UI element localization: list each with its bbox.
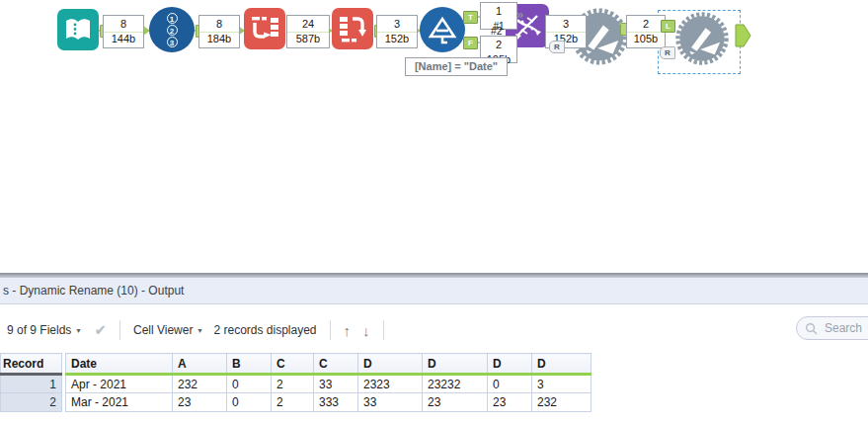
badge-size: 184b <box>199 32 239 46</box>
arrow-down-icon[interactable]: ↓ <box>362 322 370 339</box>
table-cell[interactable]: 0 <box>488 375 532 393</box>
alteryx-designer: { "icons": {"caret_down":"▾","check":"✔"… <box>0 0 868 426</box>
digit-1: 1 <box>167 13 178 24</box>
badge-count: 24 <box>287 17 329 32</box>
connection-badge: 8 184b <box>198 15 240 48</box>
record-number-cell[interactable]: 2 <box>1 393 62 412</box>
transpose-tool[interactable] <box>244 8 285 49</box>
cell-viewer-dropdown[interactable]: Cell Viewer <box>133 323 193 337</box>
table-cell[interactable]: 232 <box>532 393 592 412</box>
right-input-anchor[interactable]: R <box>549 41 565 53</box>
digit-3: 3 <box>167 37 178 47</box>
table-cell[interactable]: 2 <box>272 375 314 393</box>
table-row: 2Mar - 20212302333332323232 <box>1 393 592 412</box>
badge-count: 2 <box>481 38 516 52</box>
column-header[interactable]: D <box>532 354 592 375</box>
table-cell[interactable]: 3 <box>532 375 592 393</box>
record-column-header[interactable]: Record <box>1 354 62 375</box>
records-displayed-label: 2 records displayed <box>213 323 316 337</box>
column-header[interactable]: A <box>173 354 227 375</box>
true-output-anchor[interactable]: T <box>463 11 478 24</box>
badge-count: 8 <box>199 17 239 32</box>
table-cell[interactable]: 0 <box>227 375 272 393</box>
table-cell[interactable]: 232 <box>173 375 227 393</box>
table-cell[interactable]: 33 <box>314 375 358 393</box>
table-cell[interactable]: 333 <box>314 393 358 412</box>
column-header[interactable]: B <box>227 354 272 375</box>
macro-tool-2-selected[interactable] <box>673 10 731 71</box>
results-toolbar: 9 of 9 Fields ▾ ✔ Cell Viewer ▾ 2 record… <box>0 304 868 352</box>
table-row: 1Apr - 2021232023323232323203 <box>1 375 592 393</box>
badge-count: 2 <box>627 17 665 32</box>
cross-tab-tool[interactable] <box>332 8 373 49</box>
digit-2: 2 <box>167 25 178 36</box>
column-header[interactable]: Date <box>66 354 173 375</box>
table-cell[interactable]: 33 <box>358 393 423 412</box>
table-cell[interactable]: 23 <box>488 393 532 412</box>
arrow-up-icon[interactable]: ↑ <box>344 322 352 339</box>
results-title: s - Dynamic Rename (10) - Output <box>3 278 184 303</box>
column-header[interactable]: D <box>488 354 532 375</box>
record-number-cell[interactable]: 1 <box>1 375 62 393</box>
wireless-connection-icon: » <box>516 7 523 22</box>
filter-icon <box>426 13 459 46</box>
badge-size: 152b <box>377 32 417 46</box>
badge-count: 3 <box>546 17 586 32</box>
connection-badge: 24 587b <box>286 15 330 48</box>
filter-tool[interactable] <box>420 7 465 52</box>
table-cell[interactable]: Mar - 2021 <box>66 393 173 412</box>
chevron-down-icon[interactable]: ▾ <box>197 326 201 335</box>
connection-badge: 3 152b <box>376 15 418 48</box>
table-cell[interactable]: Apr - 2021 <box>66 375 173 393</box>
column-header[interactable]: D <box>423 354 488 375</box>
table-cell[interactable]: 23232 <box>423 375 488 393</box>
badge-count: 8 <box>104 17 143 32</box>
column-header[interactable]: C <box>314 354 358 375</box>
left-input-anchor[interactable]: L <box>661 20 675 33</box>
column-header[interactable]: D <box>358 354 423 375</box>
chevron-down-icon[interactable]: ▾ <box>76 326 80 335</box>
table-cell[interactable]: 2323 <box>358 375 423 393</box>
false-output-anchor[interactable]: F <box>463 37 478 49</box>
results-grid: RecordDateABCCDDDD 1Apr - 20212320233232… <box>0 353 592 412</box>
workflow-canvas[interactable]: 8 144b 1 2 3 8 184b 24 587b <box>0 0 868 273</box>
transpose-icon <box>248 12 281 45</box>
results-panel: s - Dynamic Rename (10) - Output 9 of 9 … <box>0 273 868 426</box>
badge-count: 3 <box>377 17 417 32</box>
cross-tab-icon <box>336 12 369 45</box>
macro-gear-icon <box>673 10 731 67</box>
fields-dropdown[interactable]: 9 of 9 Fields <box>7 323 71 337</box>
connection-badge: 2 105b <box>626 15 666 48</box>
column-header[interactable]: C <box>272 354 314 375</box>
toolbar-separator <box>383 320 384 340</box>
badge-size: 144b <box>104 32 143 46</box>
search-icon <box>805 322 818 335</box>
filter-expression-tooltip: [Name] = "Date" <box>405 57 508 76</box>
macro-output-anchor[interactable] <box>735 24 751 47</box>
search-input[interactable] <box>823 320 868 336</box>
input-data-icon <box>62 14 94 45</box>
right-input-anchor[interactable]: R <box>660 46 675 59</box>
toolbar-separator <box>330 320 331 340</box>
badge-count: 1 <box>481 4 516 19</box>
input-data-tool[interactable] <box>57 9 99 50</box>
apply-checkmark-icon[interactable]: ✔ <box>94 321 107 339</box>
record-id-tool[interactable]: 1 2 3 <box>149 7 195 52</box>
table-cell[interactable]: 0 <box>227 393 272 412</box>
results-header: s - Dynamic Rename (10) - Output <box>0 278 868 304</box>
connection-badge: 8 144b <box>103 15 144 48</box>
table-cell[interactable]: 23 <box>423 393 488 412</box>
record-id-icon: 1 2 3 <box>167 13 178 47</box>
badge-label: #2 <box>491 25 503 37</box>
table-cell[interactable]: 23 <box>173 393 227 412</box>
table-cell[interactable]: 2 <box>272 393 314 412</box>
search-box[interactable] <box>796 316 868 340</box>
badge-size: 105b <box>627 32 665 46</box>
toolbar-separator <box>119 320 120 340</box>
badge-size: 587b <box>287 32 329 46</box>
